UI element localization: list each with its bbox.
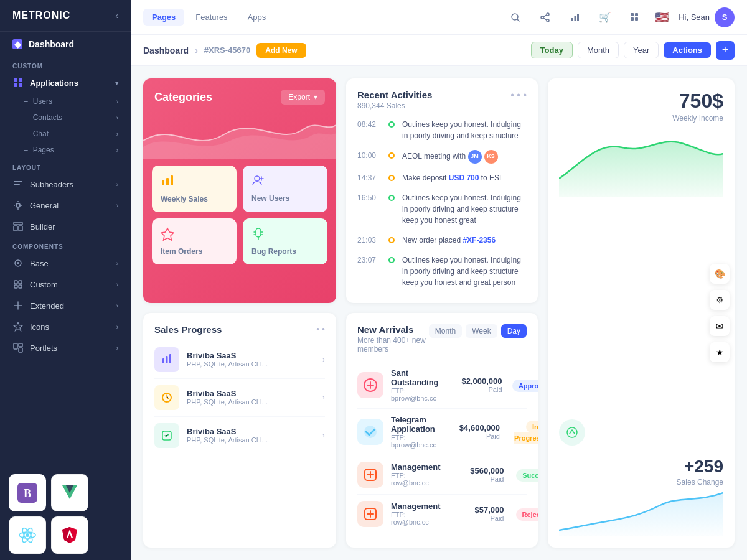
sp-sub-0: PHP, SQLite, Artisan CLI...: [187, 360, 315, 368]
arrivals-title-block: New Arrivals More than 400+ new members: [357, 324, 429, 353]
arrivals-badge-1: In Progress: [514, 421, 538, 444]
nav-tab-pages[interactable]: Pages: [143, 9, 184, 26]
fi-send-btn[interactable]: ✉: [710, 316, 730, 336]
sidebar-item-users[interactable]: – Users ›: [24, 93, 131, 110]
recent-activities-card: Recent Activities 890,344 Sales • • • 08…: [346, 78, 538, 303]
svg-rect-50: [166, 356, 168, 363]
svg-point-33: [547, 19, 549, 22]
sidebar-item-subheaders[interactable]: Subheaders ›: [0, 174, 131, 195]
period-year-btn[interactable]: Year: [624, 42, 659, 58]
language-selector[interactable]: 🇺🇸: [655, 11, 669, 24]
sidebar-item-base[interactable]: Base ›: [0, 253, 131, 274]
svg-rect-7: [14, 222, 22, 225]
sidebar-item-general[interactable]: General ›: [0, 195, 131, 216]
arrivals-paid-2: Paid: [448, 475, 504, 483]
arrivals-logo-1: [357, 419, 383, 445]
search-button[interactable]: [505, 7, 525, 27]
sidebar-item-extended[interactable]: Extended ›: [0, 295, 131, 316]
cart-button[interactable]: 🛒: [595, 7, 615, 27]
sales-progress-menu[interactable]: • •: [316, 324, 325, 334]
applications-icon: [12, 77, 24, 88]
fi-star-btn[interactable]: ★: [710, 342, 730, 362]
arrivals-price-1: $4,600,000 Paid: [444, 423, 500, 440]
nav-tab-features[interactable]: Features: [187, 9, 236, 26]
arrivals-paid-0: Paid: [446, 386, 502, 393]
arrivals-status-3: Rejected: [511, 508, 538, 520]
add-new-button[interactable]: Add New: [256, 43, 306, 58]
applications-submenu: – Users › – Contacts › – Chat › – Pages …: [0, 93, 131, 158]
custom-icon: [12, 279, 24, 290]
period-month-btn[interactable]: Month: [578, 42, 619, 58]
activity-list: 08:42 Outlines keep you honest. Indulgin…: [357, 119, 527, 288]
sales-progress-title: Sales Progress: [154, 324, 222, 335]
arrivals-tab-day[interactable]: Day: [501, 324, 527, 338]
sidebar-item-icons[interactable]: Icons ›: [0, 316, 131, 337]
subheaders-icon: [12, 179, 24, 190]
activity-text-2307: Outlines keep you honest. Indulging in p…: [402, 254, 527, 288]
sales-change-icon: [559, 419, 585, 446]
arrivals-tab-week[interactable]: Week: [466, 324, 497, 338]
svg-rect-43: [166, 178, 169, 185]
income-chart: [559, 123, 723, 197]
arrivals-status-2: Success: [511, 469, 538, 480]
svg-rect-0: [14, 78, 17, 82]
grid-button[interactable]: [625, 7, 645, 27]
activity-text-1437: Make deposit USD 700 to ESL: [402, 172, 527, 184]
export-button[interactable]: Export ▾: [281, 90, 325, 105]
extended-icon: [12, 300, 24, 311]
arrivals-ftp-3: FTP: row@bnc.cc: [391, 511, 440, 526]
sidebar-item-chat[interactable]: – Chat ›: [24, 126, 131, 142]
activity-time-1437: 14:37: [357, 172, 381, 182]
arrivals-name-2: Management: [391, 462, 440, 472]
arrivals-tab-month[interactable]: Month: [429, 324, 462, 338]
new-users-icon: [251, 174, 265, 190]
categories-wave: [143, 110, 336, 159]
sp-menu-0[interactable]: ›: [322, 355, 325, 364]
svg-rect-19: [19, 348, 22, 352]
period-today-btn[interactable]: Today: [531, 42, 573, 58]
sidebar-item-pages[interactable]: – Pages ›: [24, 142, 131, 158]
income-wrapper: 750$ Weekly Income: [548, 78, 735, 548]
activity-time-2307: 23:07: [357, 254, 381, 264]
svg-rect-36: [575, 16, 576, 21]
sp-menu-2[interactable]: ›: [322, 431, 325, 440]
sidebar-item-custom[interactable]: Custom ›: [0, 274, 131, 295]
sp-item-1: Briviba SaaS PHP, SQLite, Artisan CLI...…: [154, 379, 325, 417]
sidebar-item-contacts[interactable]: – Contacts ›: [24, 110, 131, 126]
arrivals-item-0: Sant Outstanding FTP: bprow@bnc.cc $2,00…: [357, 362, 527, 409]
sidebar-dashboard-item[interactable]: ◆ Dashboard: [0, 32, 131, 57]
arrivals-status-1: In Progress: [507, 421, 538, 443]
sp-name-1: Briviba SaaS: [187, 389, 315, 398]
actions-button[interactable]: Actions: [664, 42, 711, 58]
avatar-2: KS: [484, 150, 498, 164]
sidebar-item-builder[interactable]: Builder: [0, 216, 131, 237]
breadcrumb-dashboard: Dashboard: [143, 45, 189, 55]
new-users-label: New Users: [251, 194, 289, 203]
activity-dot-0842: [388, 121, 395, 128]
sidebar-item-applications[interactable]: Applications ▾: [0, 72, 131, 93]
user-menu[interactable]: Hi, Sean S: [679, 7, 735, 27]
sidebar-collapse-btn[interactable]: ‹: [115, 11, 118, 21]
arrivals-amount-1: $4,600,000: [444, 423, 500, 432]
nav-tab-apps[interactable]: Apps: [239, 9, 275, 26]
svg-rect-51: [169, 354, 171, 363]
svg-point-24: [26, 533, 29, 537]
income-label: Weekly Income: [559, 114, 723, 123]
framework-logos: B: [0, 468, 131, 560]
arrivals-badge-2: Success: [516, 469, 538, 482]
fi-palette-btn[interactable]: 🎨: [710, 264, 730, 284]
svg-rect-49: [162, 358, 164, 363]
applications-label: Applications: [30, 78, 78, 88]
sidebar-item-portlets[interactable]: Portlets ›: [0, 337, 131, 358]
chart-button[interactable]: [565, 7, 585, 27]
sp-menu-1[interactable]: ›: [322, 393, 325, 402]
share-button[interactable]: [535, 7, 555, 27]
activity-text-1000: AEOL meeting with JM KS: [402, 150, 527, 164]
activities-menu-btn[interactable]: • • •: [510, 90, 527, 101]
meeting-avatars: JM KS: [468, 150, 498, 164]
sp-sub-2: PHP, SQLite, Artisan CLI...: [187, 436, 315, 444]
sp-icon-0: [154, 347, 179, 372]
add-plus-button[interactable]: +: [716, 41, 735, 60]
svg-point-45: [255, 176, 260, 181]
fi-settings-btn[interactable]: ⚙: [710, 290, 730, 310]
